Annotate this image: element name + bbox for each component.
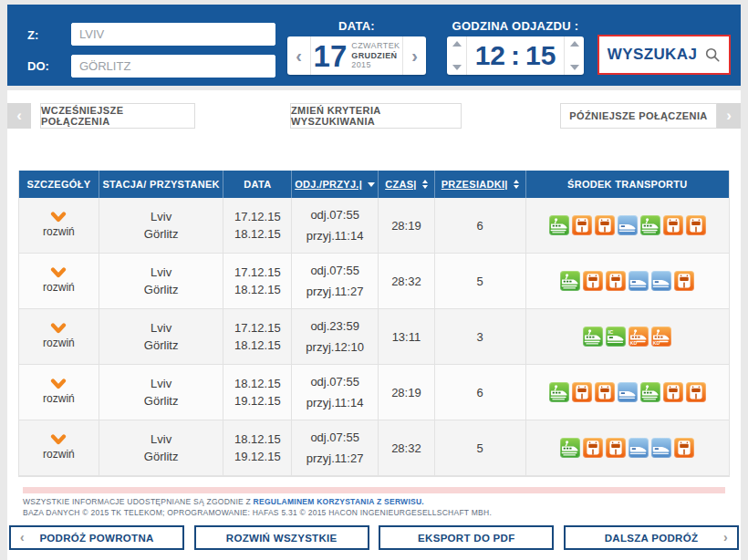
sort-both-icon[interactable]: [514, 180, 519, 189]
bus-orange-icon: [595, 382, 615, 402]
connection-row: rozwiń Lviv Görlitz 18.12.15 19.12.15 od…: [19, 420, 729, 476]
date-cell: 17.12.15 18.12.15: [223, 309, 292, 364]
bottom-actions: ‹ PODRÓŻ POWROTNA ROZWIŃ WSZYSTKIE EKSPO…: [9, 525, 739, 550]
arrival-time: przyj.11:27: [306, 451, 364, 466]
col-details: SZCZEGÓŁY: [19, 171, 99, 198]
svg-text:KD: KD: [653, 340, 660, 346]
departure-time: odj.07:55: [310, 430, 359, 445]
station-cell: Lviv Görlitz: [99, 365, 224, 420]
changes-cell: 6: [435, 365, 526, 420]
bus-orange-icon: [572, 382, 592, 402]
duration-cell: 13:11: [379, 309, 435, 364]
hst-blue-icon: [618, 215, 638, 235]
bus-orange-icon: [686, 215, 706, 235]
transport-cell: [526, 365, 729, 420]
minute-down-icon[interactable]: [570, 65, 579, 70]
earlier-chevron-icon[interactable]: ‹: [7, 103, 31, 129]
time-hour[interactable]: 12: [470, 40, 511, 71]
hst-blue-icon: [618, 382, 638, 402]
expand-label: rozwiń: [43, 280, 75, 296]
separator-bar: [23, 487, 725, 493]
col-changes[interactable]: PRZESIADKI|: [435, 171, 526, 198]
date-next-icon[interactable]: ›: [402, 36, 426, 75]
hst-blue-icon: [629, 271, 649, 291]
bus-orange-icon: [606, 438, 626, 458]
departure-time: odj.07:55: [310, 263, 359, 278]
arrival-time: przyj.11:27: [306, 284, 364, 299]
train-green-icon: [640, 382, 660, 402]
dep-arr-cell: odj.23:59 przyj.12:10: [292, 309, 379, 364]
ic-green-icon: IC: [606, 327, 626, 347]
minute-up-icon[interactable]: [570, 41, 579, 47]
duration-cell: 28:32: [379, 254, 435, 308]
duration-cell: 28:19: [379, 198, 435, 253]
transport-cell: [526, 420, 729, 475]
connection-row: rozwiń Lviv Görlitz 17.12.15 18.12.15 od…: [19, 254, 729, 309]
search-button-label: WYSZUKAJ: [608, 46, 698, 64]
dep-arr-cell: odj.07:55 przyj.11:14: [292, 365, 379, 420]
expand-row-toggle[interactable]: rozwiń: [19, 365, 99, 420]
station-to: Görlitz: [144, 282, 179, 297]
departure-time: odj.07:55: [310, 374, 359, 389]
date-arrival: 18.12.15: [234, 226, 281, 242]
bus-orange-icon: [606, 271, 626, 291]
changes-cell: 6: [435, 198, 526, 253]
hour-up-icon[interactable]: [452, 41, 462, 47]
terms-link[interactable]: REGULAMINEM KORZYSTANIA Z SERWISU.: [254, 497, 424, 506]
bus-orange-icon: [686, 382, 706, 402]
date-arrival: 18.12.15: [234, 282, 281, 297]
train-green-icon: [640, 215, 660, 235]
date-cell: 17.12.15 18.12.15: [223, 198, 292, 253]
col-dep-arr[interactable]: ODJ./PRZYJ.|: [292, 171, 379, 198]
chevron-down-icon: [50, 323, 67, 334]
col-date: DATA: [223, 171, 292, 198]
date-cell: 18.12.15 19.12.15: [223, 420, 292, 475]
from-input[interactable]: [71, 23, 275, 46]
table-header: SZCZEGÓŁY STACJA/ PRZYSTANEK DATA ODJ./P…: [19, 171, 729, 198]
earlier-connections-button[interactable]: WCZEŚNIEJSZE POŁĄCZENIA: [40, 103, 195, 129]
hour-down-icon[interactable]: [452, 65, 462, 70]
expand-row-toggle[interactable]: rozwiń: [19, 309, 99, 364]
date-departure: 17.12.15: [234, 264, 281, 280]
expand-row-toggle[interactable]: rozwiń: [19, 198, 99, 253]
date-picker: ‹ 17 CZWARTEK GRUDZIEŃ 2015 ›: [287, 36, 426, 75]
svg-text:IC: IC: [608, 329, 614, 335]
arrival-time: przyj.11:14: [306, 228, 364, 244]
col-duration[interactable]: CZAS|: [379, 171, 435, 198]
station-to: Görlitz: [144, 337, 179, 353]
time-picker: 12 : 15: [447, 36, 584, 75]
sort-both-icon[interactable]: [422, 180, 428, 189]
later-connections-button[interactable]: PÓŹNIEJSZE POŁĄCZENIA: [560, 103, 717, 129]
connections-table: SZCZEGÓŁY STACJA/ PRZYSTANEK DATA ODJ./P…: [18, 171, 730, 477]
time-minute[interactable]: 15: [520, 40, 561, 71]
train-green-icon: [560, 438, 580, 458]
departure-time: odj.07:55: [310, 207, 359, 223]
date-prev-icon[interactable]: ‹: [287, 36, 311, 75]
date-cell: 18.12.15 19.12.15: [223, 365, 292, 420]
expand-all-button[interactable]: ROZWIŃ WSZYSTKIE: [194, 525, 369, 550]
expand-label: rozwiń: [43, 224, 75, 240]
date-departure: 17.12.15: [234, 209, 281, 224]
station-to: Görlitz: [144, 393, 179, 409]
to-input[interactable]: [71, 55, 275, 78]
sort-desc-icon[interactable]: [368, 182, 375, 187]
arrival-time: przyj.11:14: [306, 395, 364, 410]
footer-line2: BAZA DANYCH © 2015 TK TELEKOM; OPROGRAMO…: [23, 508, 492, 519]
hst-blue-icon: [629, 438, 649, 458]
results-panel: ‹ WCZEŚNIEJSZE POŁĄCZENIA ZMIEŃ KRYTERIA…: [7, 90, 741, 560]
return-trip-button[interactable]: ‹ PODRÓŻ POWROTNA: [9, 525, 184, 550]
onward-trip-button[interactable]: DALSZA PODRÓŻ ›: [564, 525, 739, 550]
duration-cell: 28:19: [379, 365, 435, 420]
change-criteria-button[interactable]: ZMIEŃ KRYTERIA WYSZUKIWANIA: [290, 103, 462, 129]
station-from: Lviv: [151, 320, 171, 336]
later-chevron-icon[interactable]: ›: [717, 103, 741, 129]
expand-row-toggle[interactable]: rozwiń: [19, 254, 99, 308]
export-pdf-button[interactable]: EKSPORT DO PDF: [379, 525, 554, 550]
chevron-down-icon: [50, 379, 67, 389]
hst-blue-icon: [651, 438, 671, 458]
search-button[interactable]: WYSZUKAJ: [597, 35, 731, 75]
changes-cell: 5: [435, 420, 526, 475]
date-departure: 18.12.15: [234, 431, 281, 447]
expand-row-toggle[interactable]: rozwiń: [19, 420, 99, 475]
changes-cell: 5: [435, 254, 526, 308]
